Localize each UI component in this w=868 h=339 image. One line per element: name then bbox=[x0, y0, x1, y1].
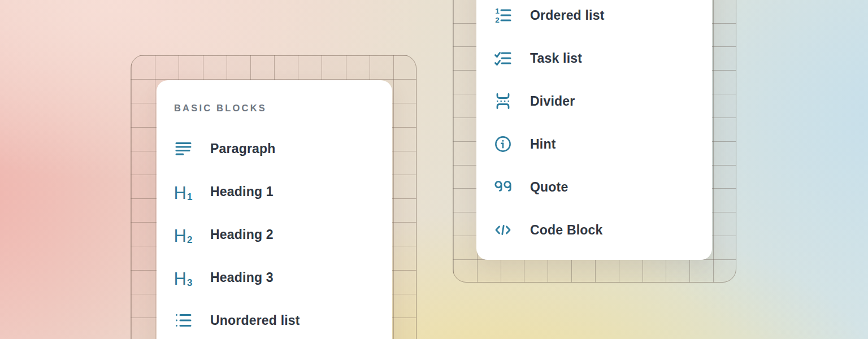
paragraph-icon bbox=[174, 140, 192, 158]
divider-icon bbox=[494, 92, 512, 110]
svg-text:1: 1 bbox=[495, 7, 500, 15]
menu-item-label: Unordered list bbox=[210, 313, 300, 328]
menu-item-label: Hint bbox=[530, 137, 556, 152]
menu-item-label: Task list bbox=[530, 51, 582, 66]
blocks-item-list: 1 2 Ordered list Task list bbox=[494, 0, 706, 251]
menu-item-label: Heading 1 bbox=[210, 184, 274, 199]
basic-blocks-menu-panel: BASIC BLOCKS Paragraph H1 Heading 1 H2 bbox=[157, 80, 392, 339]
task-list-icon bbox=[494, 49, 512, 67]
heading-1-icon: H1 bbox=[174, 182, 192, 201]
menu-item-label: Divider bbox=[530, 94, 575, 109]
menu-item-hint[interactable]: Hint bbox=[494, 123, 706, 166]
menu-item-ordered-list[interactable]: 1 2 Ordered list bbox=[494, 0, 706, 37]
menu-item-label: Code Block bbox=[530, 223, 603, 238]
menu-item-label: Ordered list bbox=[530, 8, 605, 23]
menu-item-label: Heading 2 bbox=[210, 227, 274, 242]
menu-item-code-block[interactable]: Code Block bbox=[494, 208, 706, 251]
menu-item-paragraph[interactable]: Paragraph bbox=[174, 127, 387, 170]
menu-item-divider[interactable]: Divider bbox=[494, 80, 706, 123]
section-title-basic-blocks: BASIC BLOCKS bbox=[174, 103, 267, 114]
blocks-menu-panel-continued: 1 2 Ordered list Task list bbox=[476, 0, 712, 260]
menu-item-label: Heading 3 bbox=[210, 270, 274, 285]
heading-3-icon: H3 bbox=[174, 268, 192, 286]
menu-item-unordered-list[interactable]: Unordered list bbox=[174, 299, 387, 339]
quote-icon bbox=[494, 178, 512, 196]
menu-item-heading-2[interactable]: H2 Heading 2 bbox=[174, 213, 387, 256]
unordered-list-icon bbox=[174, 311, 192, 329]
basic-blocks-item-list: Paragraph H1 Heading 1 H2 Heading 2 H3 H… bbox=[174, 127, 387, 339]
hint-icon bbox=[494, 135, 512, 153]
menu-item-task-list[interactable]: Task list bbox=[494, 37, 706, 80]
menu-item-label: Quote bbox=[530, 180, 568, 195]
svg-text:2: 2 bbox=[495, 16, 500, 24]
menu-item-quote[interactable]: Quote bbox=[494, 166, 706, 208]
menu-item-heading-1[interactable]: H1 Heading 1 bbox=[174, 170, 387, 213]
menu-item-label: Paragraph bbox=[210, 141, 276, 157]
heading-2-icon: H2 bbox=[174, 225, 192, 244]
menu-item-heading-3[interactable]: H3 Heading 3 bbox=[174, 256, 387, 299]
code-block-icon bbox=[494, 221, 512, 239]
ordered-list-icon: 1 2 bbox=[494, 6, 512, 24]
